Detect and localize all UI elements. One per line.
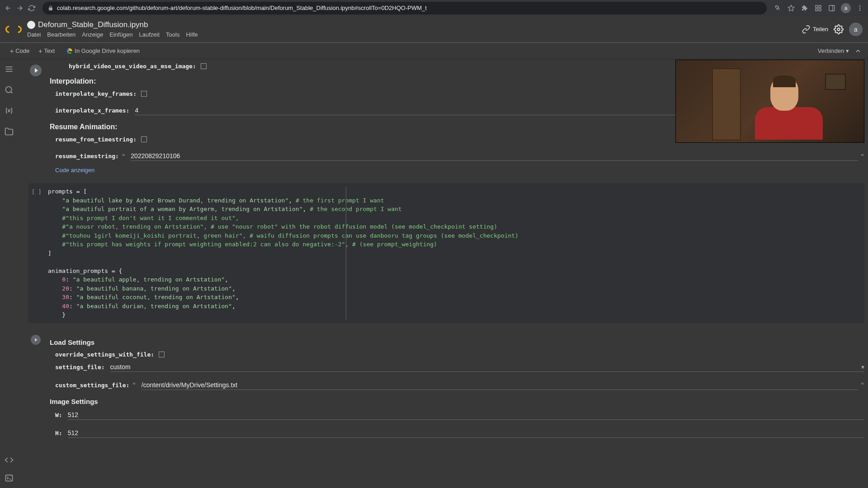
url-bar[interactable]: colab.research.google.com/github/deforum… <box>42 2 767 14</box>
browser-chrome: colab.research.google.com/github/deforum… <box>0 0 868 16</box>
code-token: "a beautiful portrait of a woman by Artg… <box>62 206 302 212</box>
code-token: # the first prompt I want <box>296 197 384 204</box>
user-avatar[interactable]: a <box>849 23 863 36</box>
code-token: = <box>112 267 115 274</box>
width-label: W: <box>55 412 62 418</box>
lock-icon <box>48 5 53 11</box>
snippets-icon[interactable] <box>5 455 14 465</box>
toolbar: +Code +Text In Google Drive kopieren Ver… <box>0 43 868 59</box>
code-token <box>48 197 62 204</box>
svg-point-8 <box>859 9 861 11</box>
settings-button[interactable] <box>834 24 844 34</box>
code-ruler <box>346 187 346 319</box>
run-load-settings-button[interactable] <box>31 335 41 345</box>
override-settings-label: override_settings_with_file: <box>55 351 154 358</box>
resume-from-timestring-label: resume_from_timestring: <box>55 136 137 143</box>
menu-help[interactable]: Hilfe <box>186 31 198 38</box>
collapse-icon[interactable] <box>854 47 863 56</box>
back-icon[interactable] <box>4 4 13 13</box>
interpolate-x-frames-label: interpolate_x_frames: <box>55 107 129 114</box>
override-settings-checkbox[interactable] <box>159 352 165 357</box>
resume-from-timestring-checkbox[interactable] <box>141 136 147 142</box>
webcam-person <box>755 78 814 143</box>
terminal-icon[interactable] <box>5 474 14 483</box>
quote-open: " <box>122 153 125 160</box>
panel-icon[interactable] <box>827 4 836 13</box>
code-token: } <box>48 311 66 318</box>
code-token: "a beautiful durian, trending on Artstat… <box>76 303 232 310</box>
github-icon <box>27 21 35 29</box>
colab-header: Deforum_Stable_Diffusion.ipynb Datei Bea… <box>0 16 868 43</box>
code-token: : <box>69 303 76 310</box>
svg-point-6 <box>859 5 861 7</box>
code-token: #"this prompt I don't want it I commente… <box>48 215 239 221</box>
chrome-menu-icon[interactable] <box>855 4 864 13</box>
connect-button[interactable]: Verbinden ▾ <box>818 47 849 54</box>
code-token: animation_prompts <box>48 267 112 274</box>
add-text-label: Text <box>44 47 55 54</box>
svg-rect-2 <box>819 9 821 11</box>
chrome-actions: a <box>773 3 864 13</box>
add-code-button[interactable]: +Code <box>5 46 34 56</box>
search-icon[interactable] <box>5 85 14 94</box>
menu-insert[interactable]: Einfügen <box>109 31 132 38</box>
svg-line-14 <box>11 92 12 93</box>
code-token: "a beautiful banana, trending on Artstat… <box>76 285 232 292</box>
extensions-icon[interactable] <box>800 4 809 13</box>
copy-to-drive-label: In Google Drive kopieren <box>75 47 140 54</box>
code-token: "a beautiful lake by Asher Brown Durand,… <box>62 197 288 204</box>
chrome-profile[interactable]: a <box>841 3 851 13</box>
svg-rect-15 <box>6 475 13 481</box>
svg-rect-0 <box>816 5 818 8</box>
add-text-button[interactable]: +Text <box>34 46 59 56</box>
bookmark-icon[interactable] <box>787 4 796 13</box>
svg-point-7 <box>859 7 861 9</box>
code-cell[interactable]: [ ] prompts = [ "a beautiful lake by Ash… <box>28 183 864 323</box>
code-token: "a beautiful apple, trending on Artstati… <box>73 276 225 283</box>
sidebar <box>0 59 18 488</box>
quote-close: " <box>861 153 864 160</box>
translate-icon[interactable] <box>773 4 782 13</box>
code-token: , <box>236 294 239 300</box>
code-token: { <box>115 267 123 274</box>
toc-icon[interactable] <box>5 65 14 74</box>
notebook-title[interactable]: Deforum_Stable_Diffusion.ipynb <box>38 20 148 29</box>
colab-logo-icon[interactable] <box>5 21 22 38</box>
svg-rect-3 <box>816 9 818 11</box>
files-icon[interactable] <box>5 127 14 136</box>
settings-file-value: custom <box>110 363 131 371</box>
image-settings-title: Image Settings <box>28 392 864 408</box>
menu-file[interactable]: Datei <box>27 31 41 38</box>
custom-settings-input[interactable] <box>142 380 858 390</box>
hybrid-video-checkbox[interactable] <box>201 63 207 69</box>
run-cell-button[interactable] <box>30 65 42 76</box>
webcam-overlay <box>675 60 864 143</box>
menu-tools[interactable]: Tools <box>166 31 179 38</box>
share-button[interactable]: Teilen <box>802 25 828 33</box>
show-code-link[interactable]: Code anzeigen <box>28 163 864 177</box>
hybrid-video-label: hybrid_video_use_video_as_mse_image: <box>69 63 196 70</box>
copy-to-drive-button[interactable]: In Google Drive kopieren <box>62 46 144 56</box>
code-token: 0 <box>62 276 66 283</box>
variables-icon[interactable] <box>5 106 14 115</box>
chevron-down-icon: ▾ <box>846 47 849 54</box>
width-input[interactable] <box>68 410 864 420</box>
code-token: 40 <box>62 303 69 310</box>
code-token: : <box>69 285 76 292</box>
menu-edit[interactable]: Bearbeiten <box>47 31 75 38</box>
apps-icon[interactable] <box>814 4 823 13</box>
menu-view[interactable]: Anzeige <box>82 31 103 38</box>
interpolate-key-frames-checkbox[interactable] <box>141 91 147 97</box>
forward-icon[interactable] <box>15 4 24 13</box>
resume-timestring-input[interactable] <box>131 151 858 161</box>
code-token: [ <box>80 188 87 195</box>
reload-icon[interactable] <box>27 4 36 13</box>
url-text: colab.research.google.com/github/deforum… <box>57 5 427 11</box>
code-token: #"this prompt has weights if prompt weig… <box>48 241 437 248</box>
code-token: prompts <box>48 188 76 195</box>
settings-file-dropdown[interactable]: custom ▾ <box>110 362 864 372</box>
share-label: Teilen <box>813 26 828 33</box>
webcam-door <box>712 68 741 141</box>
menu-runtime[interactable]: Laufzeit <box>139 31 160 38</box>
height-input[interactable] <box>68 428 864 438</box>
